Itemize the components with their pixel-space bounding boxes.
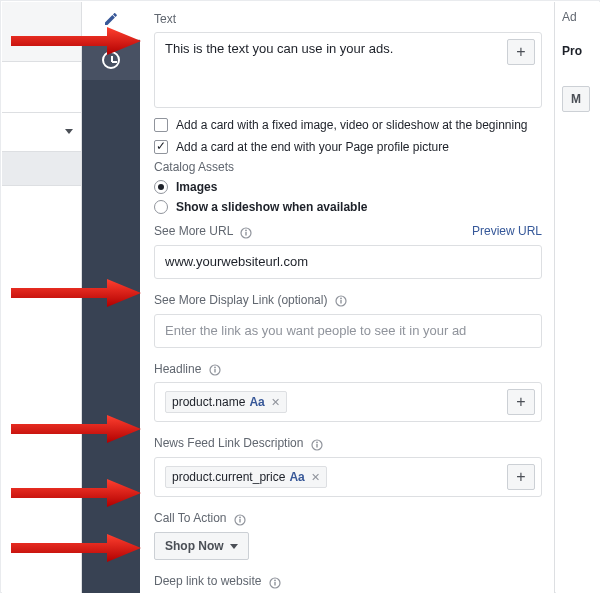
ad-creative-panel: Text This is the text you can use in you… bbox=[140, 2, 555, 593]
left-grid-cell-dropdown[interactable] bbox=[2, 112, 81, 152]
preview-url-link[interactable]: Preview URL bbox=[472, 224, 542, 238]
case-toggle[interactable]: Aa bbox=[249, 395, 264, 409]
caret-down-icon bbox=[230, 544, 238, 549]
cta-label: Call To Action bbox=[154, 511, 542, 526]
text-label: Text bbox=[154, 12, 542, 26]
svg-rect-10 bbox=[316, 444, 317, 448]
headline-input[interactable]: product.name Aa ✕ + bbox=[154, 382, 542, 422]
svg-rect-7 bbox=[214, 369, 215, 373]
see-more-url-input[interactable]: www.yourwebsiteurl.com bbox=[154, 245, 542, 279]
info-icon[interactable] bbox=[234, 512, 246, 526]
svg-point-11 bbox=[316, 442, 318, 444]
clock-icon bbox=[102, 51, 120, 69]
news-feed-desc-add-button[interactable]: + bbox=[507, 464, 535, 490]
text-input-value: This is the text you can use in your ads… bbox=[165, 41, 393, 56]
add-fixed-card-label: Add a card with a fixed image, video or … bbox=[176, 118, 528, 132]
info-icon[interactable] bbox=[269, 575, 281, 589]
radio-unchecked-icon bbox=[154, 200, 168, 214]
catalog-radio-images[interactable]: Images bbox=[154, 180, 542, 194]
svg-point-2 bbox=[245, 229, 247, 231]
catalog-slideshow-label: Show a slideshow when available bbox=[176, 200, 367, 214]
cta-dropdown[interactable]: Shop Now bbox=[154, 532, 249, 560]
add-fixed-card-row[interactable]: Add a card with a fixed image, video or … bbox=[154, 118, 542, 132]
left-grid-stub bbox=[2, 2, 82, 593]
info-icon[interactable] bbox=[209, 362, 221, 376]
svg-rect-16 bbox=[274, 582, 275, 586]
left-grid-cell-selected[interactable] bbox=[2, 152, 81, 186]
right-ad-label: Ad bbox=[562, 10, 600, 24]
see-more-display-label: See More Display Link (optional) bbox=[154, 293, 542, 308]
catalog-images-label: Images bbox=[176, 180, 217, 194]
left-grid-header bbox=[2, 2, 81, 62]
see-more-url-label: See More URL bbox=[154, 224, 252, 239]
catalog-assets-label: Catalog Assets bbox=[154, 160, 542, 174]
checkbox-unchecked-icon bbox=[154, 118, 168, 132]
news-feed-desc-input[interactable]: product.current_price Aa ✕ + bbox=[154, 457, 542, 497]
svg-point-14 bbox=[239, 516, 241, 518]
cta-dropdown-value: Shop Now bbox=[165, 539, 224, 553]
news-feed-desc-token[interactable]: product.current_price Aa ✕ bbox=[165, 466, 327, 488]
deep-link-label: Deep link to website bbox=[154, 574, 542, 589]
info-icon[interactable] bbox=[240, 225, 252, 239]
editor-rail bbox=[82, 2, 140, 593]
pencil-icon bbox=[103, 11, 119, 30]
see-more-display-placeholder: Enter the link as you want people to see… bbox=[165, 323, 466, 338]
news-feed-desc-label: News Feed Link Description bbox=[154, 436, 542, 451]
headline-label: Headline bbox=[154, 362, 542, 377]
svg-rect-1 bbox=[246, 232, 247, 236]
svg-rect-4 bbox=[340, 300, 341, 304]
headline-token[interactable]: product.name Aa ✕ bbox=[165, 391, 287, 413]
right-product-label: Pro bbox=[562, 44, 600, 58]
radio-checked-icon bbox=[154, 180, 168, 194]
svg-point-5 bbox=[340, 298, 342, 300]
see-more-display-input[interactable]: Enter the link as you want people to see… bbox=[154, 314, 542, 348]
catalog-radio-slideshow[interactable]: Show a slideshow when available bbox=[154, 200, 542, 214]
headline-add-button[interactable]: + bbox=[507, 389, 535, 415]
svg-rect-13 bbox=[239, 519, 240, 523]
text-add-button[interactable]: + bbox=[507, 39, 535, 65]
info-icon[interactable] bbox=[335, 294, 347, 308]
rail-history-tab[interactable] bbox=[82, 40, 140, 80]
svg-point-17 bbox=[274, 579, 276, 581]
rail-edit-tab[interactable] bbox=[82, 2, 140, 40]
right-button-peek[interactable]: M bbox=[562, 86, 590, 112]
svg-point-8 bbox=[214, 367, 216, 369]
text-input[interactable]: This is the text you can use in your ads… bbox=[154, 32, 542, 108]
add-end-card-label: Add a card at the end with your Page pro… bbox=[176, 140, 449, 154]
add-end-card-row[interactable]: Add a card at the end with your Page pro… bbox=[154, 140, 542, 154]
token-remove-icon[interactable]: ✕ bbox=[271, 396, 280, 409]
token-remove-icon[interactable]: ✕ bbox=[311, 471, 320, 484]
see-more-url-value: www.yourwebsiteurl.com bbox=[165, 254, 308, 269]
right-panel-peek: Ad Pro M bbox=[556, 2, 600, 593]
info-icon[interactable] bbox=[311, 437, 323, 451]
checkbox-checked-icon bbox=[154, 140, 168, 154]
case-toggle[interactable]: Aa bbox=[289, 470, 304, 484]
